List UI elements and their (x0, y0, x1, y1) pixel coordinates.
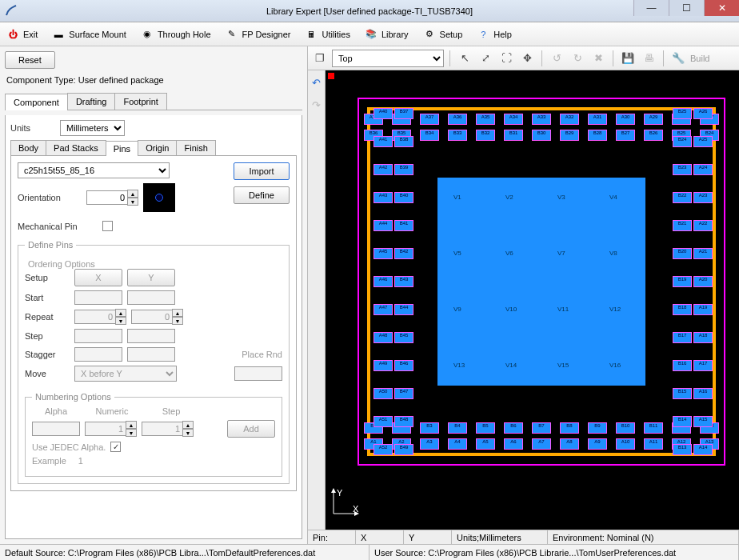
layers-icon[interactable]: ❐ (311, 50, 329, 67)
left-panel: Reset Component Type: User defined packa… (0, 46, 308, 544)
mechanical-pin-checkbox[interactable] (102, 221, 113, 231)
pad: B15 (673, 388, 692, 399)
pad: B38 (394, 136, 413, 147)
exit-button[interactable]: ⏻ Exit (6, 28, 38, 41)
pad: A10 (616, 438, 635, 450)
component-type-line: Component Type: User defined package (5, 74, 302, 88)
setup-menu[interactable]: ⚙ Setup (423, 28, 463, 41)
pad: A21 (693, 248, 713, 259)
fp-designer-menu[interactable]: ✎ FP Designer (226, 28, 291, 41)
define-pins-group: Define Pins Ordering Options Setup X Y S… (18, 240, 290, 484)
layer-select[interactable]: Top (332, 50, 444, 67)
zoom-icon[interactable]: ⛶ (497, 50, 515, 67)
pad: A16 (693, 388, 713, 399)
pad: B43 (394, 276, 413, 287)
pointer-icon[interactable]: ↖ (456, 50, 473, 67)
subtab-padstacks[interactable]: Pad Stacks (46, 140, 106, 155)
minimize-button[interactable]: — (633, 0, 669, 16)
pad: A32 (560, 114, 579, 125)
pad: B41 (394, 220, 413, 231)
power-icon: ⏻ (6, 28, 19, 41)
close-button[interactable]: ✕ (704, 0, 739, 16)
origin-marker (328, 73, 334, 79)
utilities-menu[interactable]: 🖩 Utilities (305, 28, 350, 41)
pad: B28 (588, 130, 607, 141)
chip-icon: ▬ (52, 28, 65, 41)
pad: B49 (394, 444, 413, 455)
maximize-button[interactable]: ☐ (669, 0, 704, 16)
rotate-cw-icon[interactable]: ↻ (569, 50, 586, 67)
via-label: V7 (557, 250, 565, 257)
pad: B6 (504, 422, 523, 434)
redo-icon[interactable]: ↷ (308, 96, 326, 114)
print-icon[interactable]: 🖶 (640, 50, 657, 67)
pad: A7 (532, 438, 551, 450)
save-icon[interactable]: 💾 (619, 50, 637, 67)
svg-marker-1 (331, 488, 336, 493)
subtab-finish[interactable]: Finish (176, 140, 215, 155)
pcb-viewer[interactable]: A39B36B1A1A38B35B2A2A37B34B3A3A36B33B4A4… (326, 70, 739, 530)
import-button[interactable]: Import (234, 162, 290, 180)
die-area (437, 178, 645, 386)
reset-button[interactable]: Reset (5, 51, 55, 69)
pan-icon[interactable]: ✥ (518, 50, 536, 67)
pad: A36 (448, 114, 467, 125)
subtab-origin[interactable]: Origin (138, 140, 177, 155)
help-menu[interactable]: ? Help (477, 28, 512, 41)
svg-text:Y: Y (337, 488, 343, 498)
pad: B42 (394, 248, 413, 259)
books-icon: 📚 (365, 28, 377, 41)
via-label: V8 (609, 250, 617, 257)
pad: A41 (373, 136, 393, 147)
rotate-ccw-icon[interactable]: ↺ (548, 50, 565, 67)
delete-icon[interactable]: ✖ (589, 50, 607, 67)
svg-text:X: X (353, 504, 359, 514)
pad: B47 (394, 388, 413, 399)
subtab-body[interactable]: Body (10, 140, 46, 155)
define-button[interactable]: Define (234, 186, 290, 204)
start-y-input (127, 290, 175, 305)
viewer-status-bar: Pin: X Y Units;Millimeters Environment: … (308, 530, 739, 544)
pad: B27 (616, 130, 635, 141)
pad: A4 (448, 438, 467, 450)
axis-indicator: YX (329, 486, 361, 520)
pad: B16 (673, 360, 692, 371)
via-label: V16 (609, 362, 621, 369)
pad: A44 (373, 220, 393, 231)
pad: B32 (476, 130, 495, 141)
step-y-input (127, 329, 175, 343)
pad: B9 (588, 422, 607, 434)
pad: B18 (673, 304, 692, 315)
via-label: V14 (505, 362, 517, 369)
through-hole-menu[interactable]: ◉ Through Hole (141, 28, 211, 41)
pad: B46 (394, 360, 413, 371)
tab-component[interactable]: Component (5, 94, 68, 110)
pad: B31 (504, 130, 523, 141)
tab-drafting[interactable]: Drafting (67, 93, 116, 110)
setup-x-button: X (74, 269, 122, 286)
tab-footprint[interactable]: Footprint (114, 93, 166, 110)
library-menu[interactable]: 📚 Library (365, 28, 409, 41)
pad: A40 (373, 108, 393, 119)
fit-icon[interactable]: ⤢ (477, 50, 494, 67)
pad: B13 (673, 444, 692, 455)
undo-icon[interactable]: ↶ (308, 74, 326, 91)
pin-shape-select[interactable]: c25h15t55_85_16 (18, 162, 170, 178)
build-icon[interactable]: 🔧 (669, 50, 687, 67)
start-x-input (74, 290, 122, 305)
subtab-pins[interactable]: Pins (106, 141, 138, 156)
via-label: V15 (557, 362, 569, 369)
orientation-up[interactable]: ▲ (127, 190, 138, 198)
pad: A49 (373, 360, 393, 371)
surface-mount-menu[interactable]: ▬ Surface Mount (52, 28, 126, 41)
via-label: V9 (453, 306, 461, 313)
orientation-down[interactable]: ▼ (127, 198, 138, 206)
designer-icon: ✎ (226, 28, 238, 41)
pad: B7 (532, 422, 551, 434)
orientation-input[interactable] (86, 190, 128, 205)
units-select[interactable]: Millimeters (60, 120, 125, 136)
via-label: V10 (505, 306, 517, 313)
repeat-y-input (131, 310, 173, 324)
pad: A19 (693, 304, 713, 315)
window-title: Library Expert [User defined package-TI_… (266, 6, 473, 16)
